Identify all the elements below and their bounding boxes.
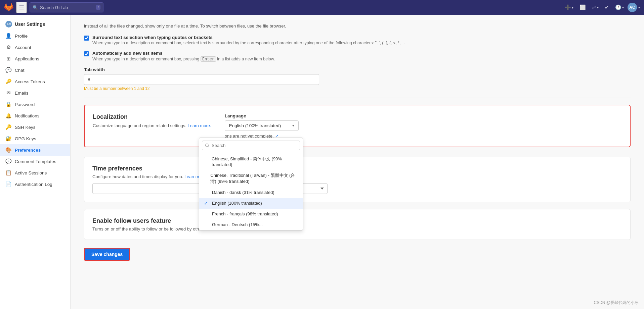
search-box[interactable]: 🔍 Search GitLab / [30, 2, 103, 12]
sidebar-label-gpg-keys: GPG Keys [15, 136, 36, 141]
active-sessions-icon: 📋 [5, 170, 11, 176]
localization-inner: Localization Customize language and regi… [93, 113, 622, 139]
issues-button[interactable]: ⬜ [577, 3, 588, 12]
follow-users-desc: Turns on or off the ability to follow or… [92, 226, 622, 231]
gitlab-logo [4, 3, 13, 12]
language-en-label: English (100% translated) [212, 201, 262, 206]
sidebar-item-access-tokens[interactable]: 🔑 Access Tokens [0, 76, 70, 87]
sidebar-item-profile[interactable]: 👤 Profile [0, 30, 70, 42]
enter-key-code: Enter [201, 56, 216, 62]
localization-section: Localization Customize language and regi… [84, 105, 631, 147]
search-shortcut: / [96, 5, 100, 10]
language-item-en[interactable]: ✓ English (100% translated) [199, 198, 303, 209]
check-icon [204, 211, 209, 217]
language-label: Language [225, 113, 622, 118]
tab-width-field: Tab width 8 Must be a number between 1 a… [84, 67, 319, 91]
language-item-da[interactable]: Danish - dansk (31% translated) [199, 187, 303, 198]
language-item-de[interactable]: German - Deutsch (15%... [199, 219, 303, 230]
topnav-icons: ➕ ▾ ⬜ ⇌ ▾ ✔ 🕐 ▾ AC ▾ [562, 3, 640, 12]
chat-icon: 💬 [5, 67, 11, 73]
create-button[interactable]: ➕ ▾ [562, 3, 576, 12]
auto-list-desc: When you type in a description or commen… [92, 56, 275, 62]
save-changes-button[interactable]: Save changes [84, 248, 130, 261]
hamburger-button[interactable]: ☰ [16, 2, 27, 13]
sidebar-label-comment-templates: Comment Templates [15, 159, 56, 164]
sidebar-item-comment-templates[interactable]: 💬 Comment Templates [0, 156, 70, 167]
sidebar-label-password: Password [15, 102, 35, 107]
auth-log-icon: 📄 [5, 181, 11, 187]
sidebar-item-emails[interactable]: ✉ Emails [0, 87, 70, 99]
sidebar-label-notifications: Notifications [15, 113, 40, 118]
sidebar-label-auth-log: Authentication Log [15, 182, 52, 187]
localization-learn-more[interactable]: Learn more. [188, 123, 211, 128]
applications-icon: ⊞ [5, 56, 11, 62]
sidebar-label-chat: Chat [15, 68, 25, 73]
save-btn-wrapper: Save changes [84, 248, 631, 261]
language-search-input[interactable] [202, 141, 300, 150]
sidebar-item-active-sessions[interactable]: 📋 Active Sessions [0, 167, 70, 178]
surround-text-desc: When you type in a description or commen… [92, 41, 405, 45]
sidebar: AC User Settings 👤 Profile ⚙ Account ⊞ A… [0, 15, 71, 309]
comment-templates-icon: 💬 [5, 158, 11, 164]
emails-icon: ✉ [5, 90, 11, 96]
sidebar-label-emails: Emails [15, 91, 29, 96]
access-tokens-icon: 🔑 [5, 79, 11, 85]
user-avatar[interactable]: AC [628, 3, 637, 12]
sidebar-item-notifications[interactable]: 🔔 Notifications [0, 110, 70, 121]
tab-width-hint: Must be a number between 1 and 12 [84, 86, 319, 91]
password-icon: 🔒 [5, 101, 11, 107]
check-icon: ✓ [204, 201, 209, 206]
page-layout: AC User Settings 👤 Profile ⚙ Account ⊞ A… [0, 15, 644, 309]
dropdown-search-area [199, 138, 303, 153]
auto-list-label: Automatically add new list items [92, 51, 275, 56]
sidebar-item-authentication-log[interactable]: 📄 Authentication Log [0, 178, 70, 190]
sidebar-title: User Settings [15, 21, 45, 27]
sidebar-item-account[interactable]: ⚙ Account [0, 42, 70, 53]
ssh-keys-icon: 🔑 [5, 124, 11, 130]
language-item-fr[interactable]: French - français (98% translated) [199, 209, 303, 219]
language-dropdown-button[interactable]: English (100% translated) ▾ [225, 120, 299, 131]
sidebar-item-preferences[interactable]: 🎨 Preferences [0, 144, 70, 156]
time-preferences-title: Time preferences [92, 165, 622, 172]
sidebar-item-ssh-keys[interactable]: 🔑 SSH Keys [0, 121, 70, 133]
clock-button[interactable]: 🕐 ▾ [613, 3, 626, 12]
gpg-keys-icon: 🔐 [5, 136, 11, 142]
sidebar-label-access-tokens: Access Tokens [15, 79, 45, 84]
selected-language-text: English (100% translated) [229, 123, 281, 128]
auto-list-checkbox-row: Automatically add new list items When yo… [84, 51, 631, 62]
sidebar-item-chat[interactable]: 💬 Chat [0, 64, 70, 76]
sidebar-avatar: AC [5, 21, 12, 28]
follow-users-title: Enable follow users feature [92, 217, 622, 224]
language-fr-label: French - français (98% translated) [212, 211, 278, 216]
check-icon [204, 159, 209, 164]
surround-text-checkbox[interactable] [84, 36, 89, 41]
language-zh-cn-label: Chinese, Simplified - 简体中文 (99% translat… [212, 156, 298, 167]
top-partial: instead of all the files changed, show o… [84, 23, 631, 91]
topnav: ☰ 🔍 Search GitLab / ➕ ▾ ⬜ ⇌ ▾ ✔ 🕐 ▾ AC ▾ [0, 0, 644, 15]
search-placeholder: Search GitLab [40, 5, 68, 10]
chevron-down-icon: ▾ [292, 123, 294, 128]
auto-list-checkbox[interactable] [84, 51, 89, 56]
language-item-zh-cn[interactable]: Chinese, Simplified - 简体中文 (99% translat… [199, 153, 303, 170]
check-icon [204, 190, 209, 195]
localization-title: Localization [93, 113, 211, 120]
time-zone-select-wrap [92, 183, 622, 194]
sidebar-label-profile: Profile [15, 34, 28, 39]
sidebar-item-gpg-keys[interactable]: 🔐 GPG Keys [0, 133, 70, 144]
account-icon: ⚙ [5, 44, 11, 50]
sidebar-item-applications[interactable]: ⊞ Applications [0, 53, 70, 64]
language-dropdown-panel: Chinese, Simplified - 简体中文 (99% translat… [199, 138, 303, 230]
main-content: instead of all the files changed, show o… [71, 15, 644, 309]
merge-requests-button[interactable]: ⇌ ▾ [590, 3, 601, 12]
sidebar-item-password[interactable]: 🔒 Password [0, 99, 70, 110]
time-preferences-desc: Configure how dates and times display fo… [92, 174, 622, 179]
todos-button[interactable]: ✔ [602, 3, 611, 12]
tab-width-input[interactable]: 8 [84, 74, 319, 85]
language-zh-tw-label: Chinese, Traditional (Taiwan) - 繁體中文 (台灣… [210, 172, 298, 185]
localization-right: Language English (100% translated) ▾ [211, 113, 622, 139]
sidebar-label-applications: Applications [15, 56, 39, 61]
language-item-zh-tw[interactable]: Chinese, Traditional (Taiwan) - 繁體中文 (台灣… [199, 170, 303, 187]
language-de-label: German - Deutsch (15%... [212, 222, 263, 227]
check-icon [204, 176, 208, 181]
surround-text-label-block: Surround text selection when typing quot… [92, 35, 405, 45]
